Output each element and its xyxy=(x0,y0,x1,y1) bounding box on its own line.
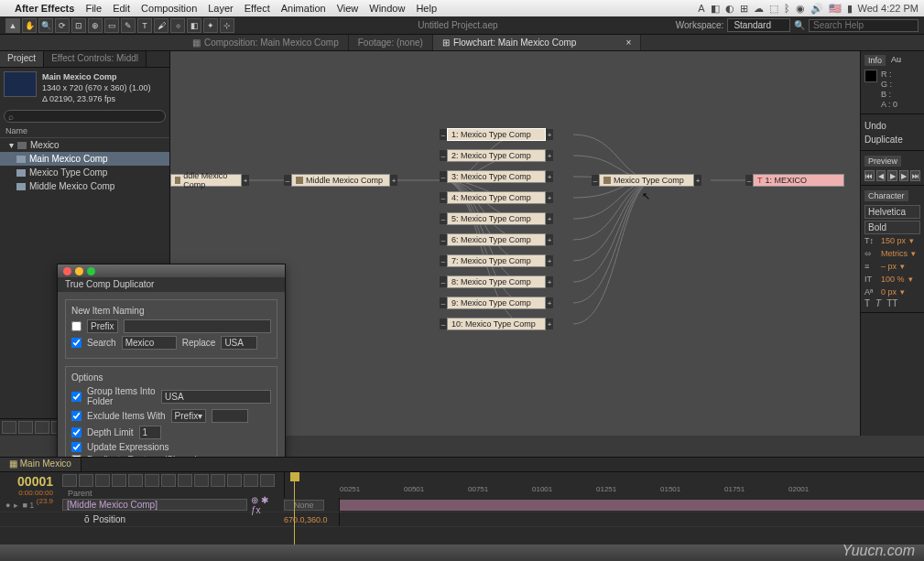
menu-layer[interactable]: Layer xyxy=(208,3,234,14)
tab-footage[interactable]: Footage: (none) xyxy=(349,35,433,50)
status-icon[interactable]: ◐ xyxy=(725,3,734,15)
menu-edit[interactable]: Edit xyxy=(113,3,130,14)
layer-bar[interactable] xyxy=(340,500,924,511)
baseline[interactable]: 0 px xyxy=(881,287,897,297)
menu-file[interactable]: File xyxy=(85,3,102,14)
timeline-tool[interactable] xyxy=(244,474,258,487)
flow-node[interactable]: –10: Mexico Type Comp+ xyxy=(447,318,546,330)
minimize-icon[interactable] xyxy=(75,267,83,275)
new-folder-icon[interactable] xyxy=(18,421,33,434)
kerning[interactable]: Metrics xyxy=(881,249,908,258)
wifi-icon[interactable]: ◉ xyxy=(796,3,805,15)
adobe-icon[interactable]: A xyxy=(698,3,704,14)
timeline-tool[interactable] xyxy=(112,474,126,487)
update-expr-checkbox[interactable] xyxy=(71,442,82,452)
camera-tool[interactable]: ⊡ xyxy=(71,18,86,33)
depth-checkbox[interactable] xyxy=(71,427,82,437)
menu-window[interactable]: Window xyxy=(369,3,405,14)
preview-tab[interactable]: Preview xyxy=(864,156,901,167)
prefix-mode[interactable]: Prefix xyxy=(87,319,118,333)
audio-tab[interactable]: Au xyxy=(891,55,901,66)
cloud-icon[interactable]: ☁ xyxy=(754,3,764,15)
pen-tool[interactable]: ✎ xyxy=(121,18,136,33)
selection-tool[interactable]: ▲ xyxy=(5,18,20,33)
workspace-select[interactable]: Standard xyxy=(727,18,790,32)
display-icon[interactable]: ⊞ xyxy=(740,3,748,15)
timeline-tool[interactable] xyxy=(95,474,110,487)
folder-row[interactable]: ▾Mexico xyxy=(0,138,169,152)
time-ruler[interactable]: 00251 00501 00751 01001 01251 01501 0175… xyxy=(284,472,924,498)
zoom-icon[interactable] xyxy=(87,267,95,275)
window-titlebar[interactable] xyxy=(58,264,285,277)
effect-controls-tab[interactable]: Effect Controls: Middl xyxy=(44,51,147,67)
app-menu[interactable]: After Effects xyxy=(15,3,74,14)
flow-node[interactable]: –6: Mexico Type Comp+ xyxy=(447,233,546,246)
timeline-tool[interactable] xyxy=(128,474,143,487)
flow-node[interactable]: –4: Mexico Type Comp+ xyxy=(447,191,546,204)
flow-node[interactable]: –1: Mexico Type Comp+ xyxy=(447,128,546,141)
roto-tool[interactable]: ✦ xyxy=(203,18,218,33)
replace-input[interactable] xyxy=(221,336,257,350)
clock[interactable]: Wed 4:22 PM xyxy=(858,3,919,14)
search-input[interactable] xyxy=(122,336,177,350)
prev-frame-button[interactable]: ◀ xyxy=(876,170,886,181)
mask-tool[interactable]: ▭ xyxy=(104,18,119,33)
menu-animation[interactable]: Animation xyxy=(281,3,326,14)
menu-composition[interactable]: Composition xyxy=(141,3,197,14)
flow-node[interactable]: –5: Mexico Type Comp+ xyxy=(447,212,546,225)
timeline-tool[interactable] xyxy=(260,474,275,487)
brush-tool[interactable]: 🖌 xyxy=(154,18,168,33)
tab-composition[interactable]: ▦Composition: Main Mexico Comp xyxy=(183,35,349,50)
exclude-mode[interactable]: Prefix ▾ xyxy=(171,409,207,423)
menu-view[interactable]: View xyxy=(337,3,359,14)
search-checkbox[interactable] xyxy=(71,338,82,348)
dialog-tab[interactable]: True Comp Duplicator xyxy=(58,277,161,292)
menu-effect[interactable]: Effect xyxy=(245,3,270,14)
prop-value[interactable]: 670.0,360.0 xyxy=(284,515,339,524)
info-tab[interactable]: Info xyxy=(864,55,886,66)
timeline-tool[interactable] xyxy=(227,474,242,487)
zoom-tool[interactable]: 🔍 xyxy=(38,18,53,33)
project-item[interactable]: Mexico Type Comp xyxy=(0,166,169,179)
tracking[interactable]: – px xyxy=(881,262,897,271)
exclude-input[interactable] xyxy=(212,409,248,423)
font-size[interactable]: 150 px xyxy=(881,236,906,245)
last-frame-button[interactable]: ⏭ xyxy=(910,170,920,181)
cti-head[interactable] xyxy=(290,472,299,481)
flow-node[interactable]: –8: Mexico Type Comp+ xyxy=(447,275,546,288)
flag-icon[interactable]: 🇺🇸 xyxy=(829,3,842,15)
project-tab[interactable]: Project xyxy=(0,51,44,67)
depth-input[interactable] xyxy=(139,426,161,439)
clone-tool[interactable]: ⟐ xyxy=(170,18,185,33)
flow-node[interactable]: –Middle Mexico Comp+ xyxy=(291,174,390,187)
history-undo[interactable]: Undo xyxy=(864,119,920,133)
property-row[interactable]: ŏPosition 670.0,360.0 xyxy=(0,512,924,527)
rotate-tool[interactable]: ⟳ xyxy=(55,18,70,33)
vscale[interactable]: 100 % xyxy=(881,275,905,284)
menu-help[interactable]: Help xyxy=(416,3,437,14)
new-comp-icon[interactable] xyxy=(35,421,49,434)
timeline-tool[interactable] xyxy=(194,474,209,487)
flow-node[interactable]: ddle Mexico Comp+ xyxy=(170,174,242,187)
hand-tool[interactable]: ✋ xyxy=(22,18,37,33)
timeline-tool[interactable] xyxy=(62,474,77,487)
project-item[interactable]: Middle Mexico Comp xyxy=(0,179,169,193)
eraser-tool[interactable]: ◧ xyxy=(187,18,201,33)
battery-icon[interactable]: ▮ xyxy=(847,3,853,15)
font-select[interactable]: Helvetica xyxy=(864,205,920,219)
type-tool[interactable]: T xyxy=(137,18,152,33)
interpret-icon[interactable] xyxy=(2,421,16,434)
anchor-tool[interactable]: ⊕ xyxy=(88,18,103,33)
timeline-tool[interactable] xyxy=(79,474,93,487)
flow-node[interactable]: –3: Mexico Type Comp+ xyxy=(447,170,546,183)
flow-node[interactable]: –7: Mexico Type Comp+ xyxy=(447,254,546,267)
prefix-input[interactable] xyxy=(124,319,271,333)
history-duplicate[interactable]: Duplicate xyxy=(864,133,920,146)
layer-row[interactable]: ●▸■ 1 [Middle Mexico Comp]⊕ ✱ ƒx None xyxy=(0,498,924,512)
flow-node[interactable]: –9: Mexico Type Comp+ xyxy=(447,297,546,309)
exclude-checkbox[interactable] xyxy=(71,411,82,421)
group-folder-input[interactable] xyxy=(161,390,271,404)
blend-mode[interactable]: None xyxy=(284,500,324,511)
col-header-name[interactable]: Name xyxy=(0,124,169,138)
volume-icon[interactable]: 🔊 xyxy=(810,3,823,15)
